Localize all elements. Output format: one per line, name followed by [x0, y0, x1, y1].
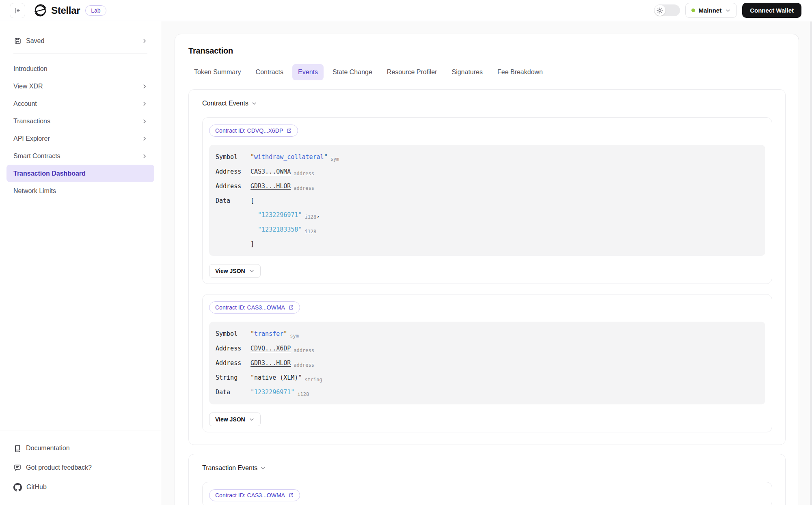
view-json-button[interactable]: View JSON [209, 264, 261, 278]
quote: " [283, 330, 287, 337]
sidebar-item-smart-contracts[interactable]: Smart Contracts [6, 147, 154, 165]
theme-toggle-knob [654, 5, 665, 16]
quote: " [251, 330, 254, 337]
event-value: GDR3...HLORaddress [251, 179, 759, 194]
address-link[interactable]: CAS3...OWMA [251, 168, 291, 175]
type-label: address [294, 185, 314, 191]
event-value: "1232296971"i128 [251, 385, 759, 400]
event-row: AddressCDVQ...X6DPaddress [216, 342, 759, 356]
tab-contracts[interactable]: Contracts [250, 64, 289, 80]
connect-wallet-button[interactable]: Connect Wallet [742, 3, 801, 18]
sidebar-item-label: API Explorer [13, 135, 50, 142]
address-link[interactable]: GDR3...HLOR [251, 359, 291, 367]
sidebar-item-introduction[interactable]: Introduction [6, 60, 154, 77]
contract-id-link[interactable]: Contract ID: CAS3...OWMA [209, 489, 300, 501]
footer-link-documentation[interactable]: Documentation [13, 438, 147, 458]
chevron-down-icon [249, 268, 255, 274]
type-label: i128 [304, 229, 316, 234]
event-value: GDR3...HLORaddress [251, 356, 759, 371]
chevron-right-icon [142, 136, 147, 142]
symbol-value: withdraw_collateral [254, 153, 324, 161]
collapse-sidebar-icon [14, 7, 21, 14]
chevron-right-icon [142, 153, 147, 159]
sidebar-divider [13, 54, 147, 54]
sidebar-item-label: Network Limits [13, 187, 56, 195]
event-row: Data"1232296971"i128 [216, 385, 759, 400]
sidebar-item-label: Saved [26, 37, 44, 45]
type-label: i128 [304, 214, 316, 220]
quote: " [251, 153, 254, 161]
chevron-down-icon [725, 8, 731, 13]
contract-id-link[interactable]: Contract ID: CAS3...OWMA [209, 301, 300, 314]
tab-resource-profiler[interactable]: Resource Profiler [381, 64, 443, 80]
type-label: address [294, 362, 314, 368]
number-value: "1232296971" [258, 211, 302, 219]
sidebar-item-transaction-dashboard[interactable]: Transaction Dashboard [6, 165, 154, 182]
sidebar-item-account[interactable]: Account [6, 95, 154, 112]
network-selector[interactable]: Mainnet [685, 3, 737, 18]
collapse-sidebar-button[interactable] [10, 3, 25, 18]
app-header: Stellar Lab Mainnet Connect Wallet [0, 0, 812, 21]
sidebar-item-api-explorer[interactable]: API Explorer [6, 130, 154, 147]
contract-id-label: Contract ID: CAS3...OWMA [215, 492, 285, 499]
event-row: AddressGDR3...HLORaddress [216, 356, 759, 371]
transaction-tabs: Token SummaryContractsEventsState Change… [188, 64, 786, 80]
section-heading-toggle[interactable]: Transaction Events [202, 464, 266, 472]
symbol-value: transfer [254, 330, 283, 337]
event-key: Symbol [216, 327, 251, 341]
event-value: CAS3...OWMAaddress [251, 165, 759, 179]
scrollbar[interactable] [810, 21, 812, 505]
event-row: AddressGDR3...HLORaddress [216, 179, 759, 194]
footer-link-label: Documentation [26, 445, 70, 452]
network-status-dot [691, 9, 695, 12]
type-label: string [304, 377, 322, 383]
footer-link-got-product-feedback[interactable]: Got product feedback? [13, 458, 147, 477]
sidebar: Saved IntroductionView XDRAccountTransac… [0, 21, 161, 505]
view-json-button[interactable]: View JSON [209, 413, 261, 426]
tab-signatures[interactable]: Signatures [446, 64, 488, 80]
array-item: "1232296971"i128, [251, 208, 759, 223]
sidebar-item-network-limits[interactable]: Network Limits [6, 182, 154, 200]
sun-icon [657, 7, 663, 14]
sidebar-item-saved[interactable]: Saved [6, 32, 154, 49]
book-icon [13, 444, 22, 452]
theme-toggle[interactable] [654, 4, 680, 16]
event-value: "transfer"sym [251, 327, 759, 342]
footer-link-github[interactable]: GitHub [13, 477, 147, 497]
stellar-logo-icon [34, 4, 47, 17]
event-key: Data [216, 385, 251, 400]
chevron-down-icon [251, 101, 257, 106]
transaction-panel: Transaction Token SummaryContractsEvents… [175, 34, 799, 505]
event-key: Address [216, 179, 251, 193]
event-row: Symbol"withdraw_collateral"sym [216, 150, 759, 165]
external-link-icon [288, 305, 294, 310]
event-row: Symbol"transfer"sym [216, 327, 759, 342]
sidebar-item-transactions[interactable]: Transactions [6, 112, 154, 130]
chevron-right-icon [142, 38, 147, 44]
number-value: "1232296971" [251, 389, 294, 396]
string-value: "native (XLM)" [251, 374, 302, 381]
type-label: address [294, 171, 314, 176]
type-label: sym [330, 156, 339, 162]
type-label: sym [290, 333, 299, 339]
view-json-label: View JSON [215, 416, 245, 423]
address-link[interactable]: CDVQ...X6DP [251, 345, 291, 352]
tab-token-summary[interactable]: Token Summary [188, 64, 247, 80]
contract-id-link[interactable]: Contract ID: CDVQ...X6DP [209, 125, 298, 137]
event-key: Data [216, 194, 251, 208]
address-link[interactable]: GDR3...HLOR [251, 183, 291, 190]
section-title: Transaction Events [202, 464, 257, 472]
section-heading-toggle[interactable]: Contract Events [202, 100, 257, 107]
chevron-right-icon [142, 118, 147, 124]
tab-events[interactable]: Events [292, 64, 324, 80]
sidebar-item-view-xdr[interactable]: View XDR [6, 77, 154, 95]
array-item: "1232183358"i128 [251, 223, 759, 237]
event-row: AddressCAS3...OWMAaddress [216, 165, 759, 179]
external-link-icon [286, 128, 292, 133]
tab-fee-breakdown[interactable]: Fee Breakdown [492, 64, 549, 80]
tab-state-change[interactable]: State Change [327, 64, 378, 80]
brand[interactable]: Stellar Lab [34, 4, 106, 17]
event-key: Address [216, 356, 251, 370]
page-title: Transaction [188, 46, 786, 56]
type-label: i128 [297, 391, 309, 397]
